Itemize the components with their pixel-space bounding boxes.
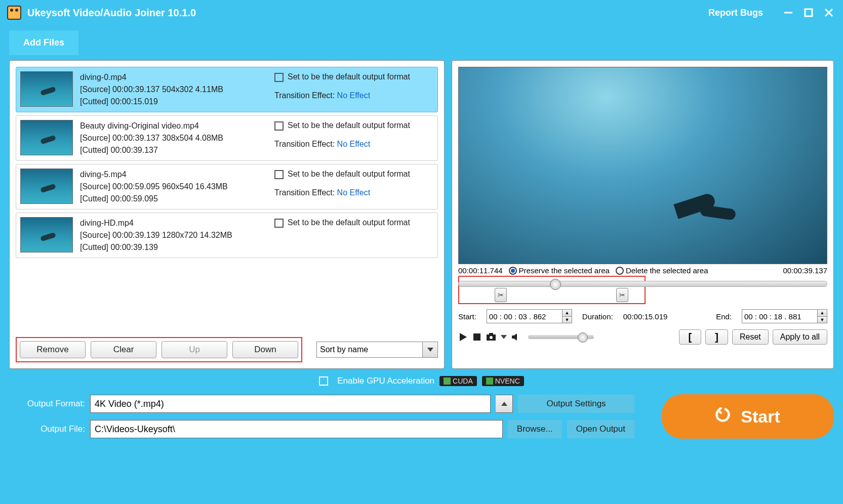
volume-slider[interactable] xyxy=(528,335,594,339)
maximize-button[interactable] xyxy=(801,6,816,20)
output-settings-button[interactable]: Output Settings xyxy=(518,395,634,413)
playhead[interactable] xyxy=(550,279,561,290)
nvenc-badge: NVENC xyxy=(482,376,524,386)
output-file-input[interactable] xyxy=(90,420,503,438)
duration-value: 00:00:15.019 xyxy=(623,312,668,321)
minimize-button[interactable] xyxy=(781,6,795,20)
svg-rect-7 xyxy=(489,333,493,335)
current-time: 00:00:11.744 xyxy=(458,266,503,275)
svg-rect-5 xyxy=(473,333,480,341)
open-output-button[interactable]: Open Output xyxy=(567,420,634,438)
output-format-select[interactable] xyxy=(90,395,491,413)
default-format-checkbox[interactable] xyxy=(274,121,284,131)
file-cutted: [Cutted] 00:00:59.095 xyxy=(80,193,267,205)
clear-button[interactable]: Clear xyxy=(91,341,156,358)
reset-button[interactable]: Reset xyxy=(732,329,769,345)
apply-all-button[interactable]: Apply to all xyxy=(773,329,827,345)
file-thumbnail xyxy=(20,169,73,204)
file-thumbnail xyxy=(20,71,73,107)
file-source: [Source] 00:00:59.095 960x540 16.43MB xyxy=(80,181,267,193)
stop-icon[interactable] xyxy=(472,332,481,342)
total-time: 00:00:39.137 xyxy=(783,266,827,275)
browse-button[interactable]: Browse... xyxy=(508,420,562,438)
default-format-checkbox[interactable] xyxy=(274,73,284,82)
file-row[interactable]: diving-HD.mp4 [Source] 00:00:39.139 1280… xyxy=(16,213,438,258)
default-format-checkbox[interactable] xyxy=(274,219,284,228)
transition-effect-link[interactable]: No Effect xyxy=(337,91,371,100)
file-row[interactable]: Beauty diving-Original video.mp4 [Source… xyxy=(16,115,438,161)
app-logo-icon xyxy=(7,6,21,20)
remove-button[interactable]: Remove xyxy=(20,341,86,358)
title-bar: Ukeysoft Video/Audio Joiner 10.1.0 Repor… xyxy=(0,0,843,25)
file-cutted: [Cutted] 00:00:39.137 xyxy=(80,144,267,156)
file-source: [Source] 00:00:39.137 308x504 4.08MB xyxy=(80,132,267,144)
app-title: Ukeysoft Video/Audio Joiner 10.1.0 xyxy=(27,7,196,19)
start-time-input[interactable] xyxy=(487,309,563,323)
preserve-radio[interactable] xyxy=(509,267,517,275)
file-row[interactable]: diving-0.mp4 [Source] 00:00:39.137 504x3… xyxy=(16,67,438,112)
snapshot-icon[interactable] xyxy=(486,332,497,342)
file-source: [Source] 00:00:39.139 1280x720 14.32MB xyxy=(80,229,267,241)
file-cutted: [Cutted] 00:00:39.139 xyxy=(80,241,267,254)
file-name: diving-5.mp4 xyxy=(80,169,267,181)
svg-marker-4 xyxy=(460,333,467,341)
start-down[interactable]: ▼ xyxy=(563,317,572,323)
add-files-button[interactable]: Add Files xyxy=(9,30,78,55)
file-list-panel: diving-0.mp4 [Source] 00:00:39.137 504x3… xyxy=(9,60,445,369)
mark-out-button[interactable]: ] xyxy=(705,329,728,345)
end-time-input[interactable] xyxy=(742,309,818,323)
snapshot-menu-icon[interactable] xyxy=(501,335,507,339)
transition-effect-link[interactable]: No Effect xyxy=(337,188,371,197)
play-icon[interactable] xyxy=(458,332,468,342)
start-up[interactable]: ▲ xyxy=(563,310,572,317)
gpu-checkbox[interactable] xyxy=(319,376,328,386)
file-thumbnail xyxy=(20,120,73,155)
file-row[interactable]: diving-5.mp4 [Source] 00:00:59.095 960x5… xyxy=(16,164,438,209)
preview-panel: 00:00:11.744 Preserve the selected area … xyxy=(452,60,834,369)
down-button[interactable]: Down xyxy=(232,341,298,358)
report-bugs-link[interactable]: Report Bugs xyxy=(708,8,763,18)
svg-point-8 xyxy=(490,336,493,339)
file-name: Beauty diving-Original video.mp4 xyxy=(80,120,267,132)
start-marker[interactable]: ✂ xyxy=(495,288,507,302)
file-name: diving-HD.mp4 xyxy=(80,217,267,229)
start-button[interactable]: Start xyxy=(662,394,834,439)
up-button[interactable]: Up xyxy=(162,341,227,358)
end-marker[interactable]: ✂ xyxy=(616,288,628,302)
list-action-buttons: Remove Clear Up Down xyxy=(16,337,302,362)
volume-icon[interactable] xyxy=(511,332,521,342)
delete-radio[interactable] xyxy=(616,267,624,275)
end-down[interactable]: ▼ xyxy=(818,317,827,323)
default-format-checkbox[interactable] xyxy=(274,170,284,179)
mark-in-button[interactable]: [ xyxy=(679,329,702,345)
file-source: [Source] 00:00:39.137 504x302 4.11MB xyxy=(80,83,267,96)
sort-select[interactable] xyxy=(316,342,423,358)
cuda-badge: CUDA xyxy=(439,376,477,386)
file-thumbnail xyxy=(20,217,73,253)
format-dropdown-icon[interactable] xyxy=(496,395,513,413)
sort-dropdown-icon[interactable] xyxy=(423,342,438,358)
svg-rect-1 xyxy=(805,9,812,16)
close-button[interactable] xyxy=(822,6,836,20)
transition-effect-link[interactable]: No Effect xyxy=(337,140,371,148)
file-cutted: [Cutted] 00:00:15.019 xyxy=(80,96,267,108)
file-name: diving-0.mp4 xyxy=(80,71,267,83)
video-preview[interactable] xyxy=(458,67,827,264)
svg-marker-9 xyxy=(512,333,517,341)
end-up[interactable]: ▲ xyxy=(818,310,827,317)
